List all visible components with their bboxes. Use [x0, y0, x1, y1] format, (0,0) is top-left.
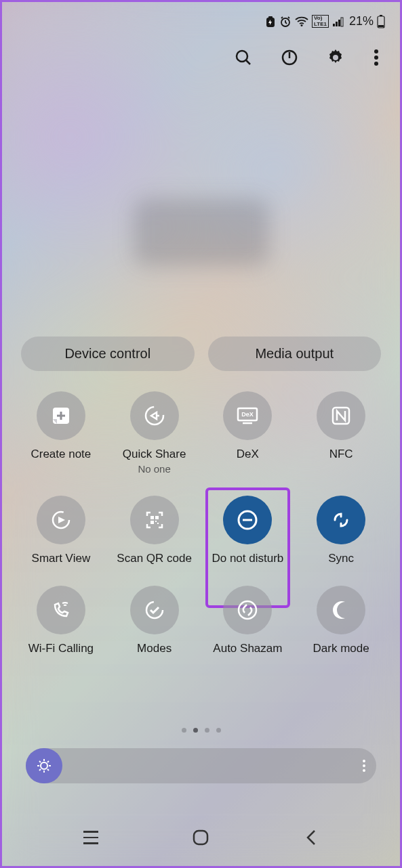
back-button[interactable] [296, 823, 326, 852]
qr-code-icon [143, 508, 166, 531]
tile-label: Dark mode [313, 641, 369, 655]
tile-sublabel: No one [138, 464, 170, 475]
brightness-menu-button[interactable] [363, 760, 365, 772]
tile-dark-mode[interactable]: Dark mode [297, 586, 385, 655]
tile-label: Wi-Fi Calling [28, 641, 94, 655]
tile-label: Create note [31, 447, 91, 461]
sync-icon [329, 508, 353, 532]
navigation-bar [2, 823, 400, 852]
moon-icon [330, 599, 352, 621]
smart-view-icon [49, 508, 73, 532]
tile-label: Do not disturb [212, 551, 283, 565]
device-control-button[interactable]: Device control [21, 337, 195, 371]
svg-rect-24 [150, 516, 154, 519]
volte-icon: Vo)LTE1 [312, 15, 329, 28]
tile-label: DeX [237, 447, 259, 461]
battery-percent-text: 21% [349, 14, 374, 28]
svg-rect-27 [155, 521, 157, 522]
page-indicator[interactable] [182, 728, 221, 733]
media-output-button[interactable]: Media output [208, 337, 382, 371]
tile-label: Modes [137, 641, 172, 655]
svg-rect-1 [268, 16, 273, 18]
tile-nfc[interactable]: NFC [297, 391, 385, 475]
shazam-icon [235, 598, 260, 622]
svg-rect-7 [341, 18, 343, 26]
tile-smart-view[interactable]: Smart View [17, 496, 105, 565]
do-not-disturb-icon [235, 508, 260, 532]
tile-sync[interactable]: Sync [297, 496, 385, 565]
svg-rect-25 [155, 516, 159, 519]
more-button[interactable] [371, 47, 381, 68]
home-button[interactable] [186, 823, 216, 852]
tile-label: Sync [328, 551, 354, 565]
tile-label: NFC [329, 447, 353, 461]
wifi-icon [295, 16, 308, 27]
tile-label: Smart View [32, 551, 91, 565]
recents-button[interactable] [76, 823, 106, 852]
svg-point-16 [374, 56, 378, 60]
tile-wifi-calling[interactable]: Wi-Fi Calling [17, 586, 105, 655]
tile-label: Scan QR code [117, 551, 192, 565]
tile-modes[interactable]: Modes [110, 586, 199, 655]
quick-settings-grid: Create note Quick Share No one DeX DeX N… [2, 391, 400, 655]
tile-label: Auto Shazam [213, 641, 282, 655]
svg-point-32 [41, 762, 47, 769]
settings-button[interactable] [325, 47, 346, 68]
status-bar: Vo)LTE1 21% [2, 2, 400, 28]
svg-point-3 [301, 24, 303, 26]
nfc-icon [329, 404, 353, 427]
svg-point-15 [374, 49, 378, 53]
brightness-icon [36, 758, 52, 774]
svg-rect-5 [336, 22, 338, 26]
modes-icon [142, 598, 167, 622]
note-add-icon [49, 404, 73, 427]
battery-icon [377, 15, 385, 28]
power-button[interactable] [279, 47, 300, 68]
svg-point-31 [239, 601, 256, 619]
svg-point-19 [146, 407, 163, 425]
svg-rect-9 [380, 15, 382, 16]
search-button[interactable] [233, 47, 254, 68]
dex-icon: DeX [235, 404, 260, 427]
tile-create-note[interactable]: Create note [17, 391, 105, 475]
svg-rect-26 [150, 521, 154, 524]
tile-quick-share[interactable]: Quick Share No one [110, 391, 199, 475]
brightness-slider[interactable] [26, 748, 376, 783]
svg-point-14 [333, 55, 338, 60]
quick-share-icon [142, 404, 167, 428]
svg-point-11 [237, 51, 247, 62]
svg-text:DeX: DeX [242, 411, 254, 418]
signal-icon [332, 16, 344, 27]
battery-saver-icon [265, 16, 276, 28]
tile-auto-shazam[interactable]: Auto Shazam [204, 586, 292, 655]
svg-rect-4 [333, 24, 335, 26]
quick-panel-controls [2, 28, 400, 68]
svg-point-17 [374, 62, 378, 66]
tile-label: Quick Share [123, 447, 186, 461]
tile-do-not-disturb[interactable]: Do not disturb [204, 496, 292, 565]
tile-dex[interactable]: DeX DeX [204, 391, 292, 475]
svg-rect-28 [157, 523, 159, 524]
svg-rect-6 [338, 20, 340, 26]
svg-rect-10 [378, 25, 384, 27]
wifi-calling-icon [49, 598, 73, 622]
tile-scan-qr[interactable]: Scan QR code [110, 496, 199, 565]
alarm-icon [279, 16, 292, 28]
svg-rect-33 [194, 831, 207, 844]
